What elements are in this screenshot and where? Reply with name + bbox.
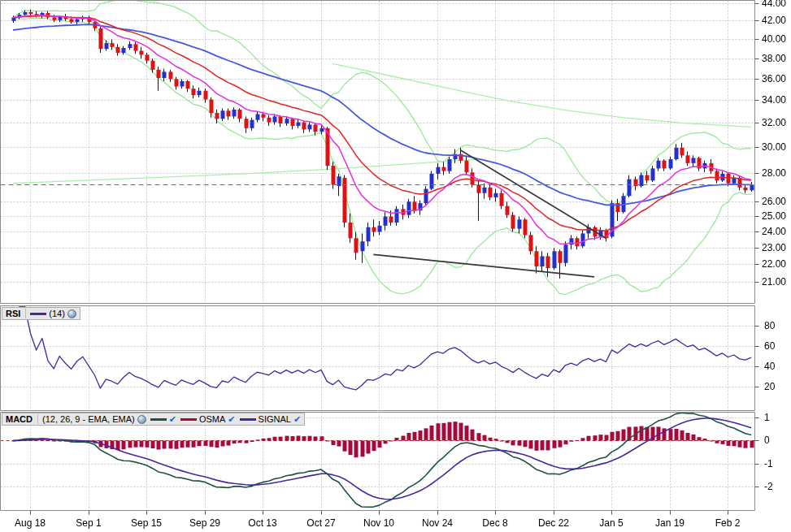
macd-line-swatch [150, 418, 167, 421]
price-tick-label: 32.00 [762, 117, 786, 128]
signal-label: SIGNAL [259, 414, 291, 424]
rsi-tick-label: 20 [764, 381, 775, 392]
rsi-series: (14) [30, 309, 76, 318]
date-tick-label: Jan 5 [585, 517, 637, 529]
macd-pane-header: MACD (12, 26, 9 - EMA, EMA) ✔ OSMA ✔ SIG… [2, 413, 305, 426]
date-tick-label: Sep 1 [63, 517, 115, 529]
price-tick-label: 23.00 [762, 242, 786, 253]
macd-tick-label: -2 [764, 481, 773, 492]
price-tick-label: 40.00 [762, 33, 786, 45]
rsi-line-swatch [30, 313, 46, 315]
price-tick-label: 44.00 [762, 0, 786, 9]
rsi-pane-header: RSI (14) [2, 307, 80, 320]
rsi-params: (14) [49, 309, 65, 318]
price-tick-label: 36.00 [762, 73, 786, 84]
signal-swatch [240, 418, 256, 421]
price-tick-label: 25.00 [762, 210, 786, 222]
macd-tick-label: -1 [764, 458, 773, 469]
rsi-label: RSI [6, 309, 26, 318]
price-tick-label: 38.00 [762, 53, 786, 64]
price-tick-label: 24.00 [762, 226, 786, 237]
rsi-tick-label: 40 [764, 361, 775, 372]
checkbox-icon[interactable]: ✔ [169, 415, 176, 424]
price-tick-label: 26.00 [762, 196, 786, 207]
macd-main-series: ✔ [150, 415, 176, 424]
globe-icon[interactable] [67, 309, 76, 318]
macd-tick-label: 0 [764, 435, 770, 446]
date-tick-label: Oct 27 [295, 517, 347, 529]
price-tick-label: 42.00 [762, 15, 786, 26]
date-tick-label: Nov 10 [353, 517, 405, 529]
price-tick-label: 30.00 [762, 141, 786, 153]
price-tick-label: 22.00 [762, 258, 786, 270]
globe-icon[interactable] [137, 415, 146, 424]
rsi-tick-label: 60 [764, 340, 775, 352]
date-tick-label: Jan 19 [644, 517, 696, 529]
macd-signal-series: SIGNAL ✔ [240, 414, 302, 424]
date-tick-label: Oct 13 [237, 517, 289, 529]
date-tick-label: Aug 18 [4, 517, 56, 529]
date-tick-label: Sep 15 [120, 517, 172, 529]
price-tick-label: 21.00 [762, 276, 786, 288]
date-tick-label: Dec 8 [469, 517, 521, 529]
rsi-tick-label: 80 [764, 320, 775, 331]
date-tick-label: Feb 2 [702, 517, 754, 529]
date-tick-label: Sep 29 [179, 517, 231, 529]
checkbox-icon[interactable]: ✔ [228, 415, 235, 424]
macd-label: MACD [6, 414, 38, 424]
macd-params: (12, 26, 9 - EMA, EMA) [42, 414, 135, 424]
trading-chart: RSI (14) MACD (12, 26, 9 - EMA, EMA) ✔ O… [0, 0, 791, 532]
chart-canvas[interactable] [0, 0, 791, 532]
macd-tick-label: 1 [764, 412, 770, 423]
macd-osma-series: OSMA ✔ [180, 414, 236, 424]
date-tick-label: Dec 22 [528, 517, 580, 529]
checkbox-icon[interactable]: ✔ [293, 415, 301, 424]
osma-swatch [180, 418, 197, 421]
price-tick-label: 34.00 [762, 94, 786, 106]
macd-params-item: (12, 26, 9 - EMA, EMA) [42, 414, 146, 424]
date-tick-label: Nov 24 [411, 517, 463, 529]
price-tick-label: 28.00 [762, 167, 786, 179]
osma-label: OSMA [199, 414, 225, 424]
